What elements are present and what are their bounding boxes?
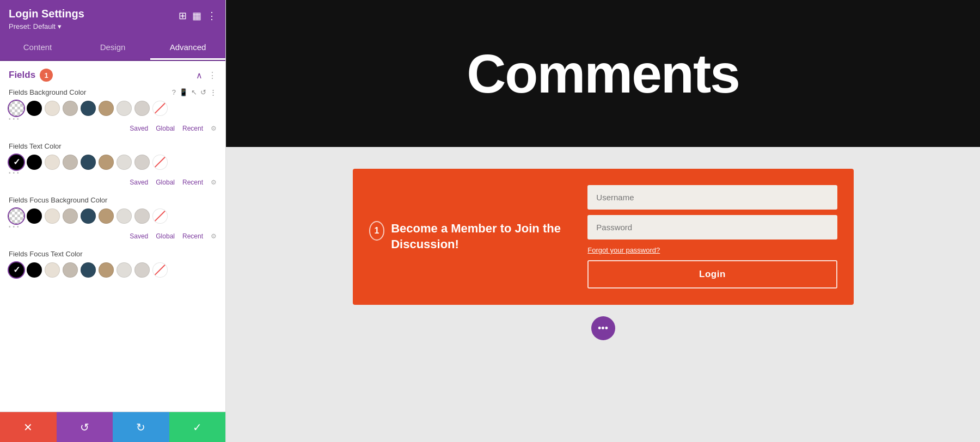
fields-focus-bg-meta: Saved Global Recent ⚙: [9, 232, 217, 240]
fields-focus-bg-swatches: [9, 208, 217, 224]
fields-bg-color-label-row: Fields Background Color ? 📱 ↖ ↺ ⋮: [9, 88, 217, 96]
swatch-light4d[interactable]: [134, 262, 150, 278]
saved-link-1[interactable]: Saved: [130, 125, 148, 132]
swatch-black-inv2[interactable]: ✓: [9, 262, 24, 278]
swatch-none3[interactable]: [152, 208, 168, 224]
swatch-dark-blue4[interactable]: [81, 262, 96, 278]
tabs-bar: Content Design Advanced: [0, 36, 225, 61]
fields-focus-text-swatches: ✓: [9, 262, 217, 278]
swatch-black4[interactable]: [27, 262, 42, 278]
fields-focus-text-label: Fields Focus Text Color: [9, 250, 83, 258]
swatch-light2b[interactable]: [63, 155, 78, 170]
forgot-password-link[interactable]: Forgot your password?: [587, 246, 660, 254]
panel-header: Login Settings Preset: Default ▾ ⊞ ▦ ⋮: [0, 0, 225, 36]
panel-title: Login Settings: [9, 8, 84, 20]
swatch-light1d[interactable]: [45, 262, 60, 278]
tab-design[interactable]: Design: [75, 36, 150, 60]
gear-icon-2[interactable]: ⚙: [211, 179, 217, 186]
username-input[interactable]: [587, 185, 837, 210]
fields-bg-color-meta: Saved Global Recent ⚙: [9, 125, 217, 132]
right-preview: Comments 1 Become a Member to Join the D…: [226, 0, 980, 442]
swatch-black2[interactable]: [27, 155, 42, 170]
panel-preset[interactable]: Preset: Default ▾: [9, 22, 84, 30]
mobile-icon[interactable]: 📱: [179, 88, 188, 96]
swatch-light3[interactable]: [117, 101, 132, 116]
saved-link-2[interactable]: Saved: [130, 179, 148, 186]
collapse-icon[interactable]: ∧: [196, 70, 203, 81]
fields-text-color-meta: Saved Global Recent ⚙: [9, 179, 217, 186]
join-text: Become a Member to Join the Discussion!: [391, 221, 577, 252]
swatch-light4b[interactable]: [134, 155, 150, 170]
options-icon[interactable]: ⋮: [210, 88, 217, 96]
swatch-black-inv[interactable]: ✓: [9, 155, 24, 170]
swatch-light4c[interactable]: [134, 208, 150, 224]
tab-content[interactable]: Content: [0, 36, 75, 60]
fields-focus-bg-label: Fields Focus Background Color: [9, 196, 107, 204]
layout-icon[interactable]: ▦: [192, 10, 201, 22]
fields-focus-bg-label-row: Fields Focus Background Color: [9, 196, 217, 204]
swatch-transparent[interactable]: [9, 101, 24, 116]
cursor-icon[interactable]: ↖: [191, 88, 197, 96]
swatch-black3[interactable]: [27, 208, 42, 224]
help-icon[interactable]: ?: [172, 88, 176, 96]
redo-button[interactable]: ↻: [113, 412, 169, 442]
reset-icon[interactable]: ↺: [200, 88, 206, 96]
recent-link-1[interactable]: Recent: [182, 125, 203, 132]
swatch-tan2[interactable]: [99, 155, 114, 170]
swatch-light1b[interactable]: [45, 155, 60, 170]
login-button[interactable]: Login: [587, 260, 837, 288]
global-link-1[interactable]: Global: [156, 125, 175, 132]
dots-row-3: •••: [9, 224, 217, 230]
swatch-light3c[interactable]: [117, 208, 132, 224]
swatch-dark-blue2[interactable]: [81, 155, 96, 170]
global-link-3[interactable]: Global: [156, 232, 175, 240]
swatch-tan3[interactable]: [99, 208, 114, 224]
swatch-light3b[interactable]: [117, 155, 132, 170]
saved-link-3[interactable]: Saved: [130, 232, 148, 240]
swatch-light2c[interactable]: [63, 208, 78, 224]
preview-hero: Comments: [226, 0, 980, 147]
cancel-button[interactable]: ✕: [0, 412, 57, 442]
swatch-light1[interactable]: [45, 101, 60, 116]
swatch-tan4[interactable]: [99, 262, 114, 278]
swatch-light2d[interactable]: [63, 262, 78, 278]
swatch-none4[interactable]: [152, 262, 168, 278]
swatch-light4[interactable]: [134, 101, 150, 116]
fields-text-color-label: Fields Text Color: [9, 142, 62, 150]
gear-icon-1[interactable]: ⚙: [211, 125, 217, 132]
fields-bg-color-tools: ? 📱 ↖ ↺ ⋮: [172, 88, 217, 96]
password-input[interactable]: [587, 215, 837, 240]
login-card-badge: 1: [369, 221, 385, 241]
swatch-light1c[interactable]: [45, 208, 60, 224]
fields-focus-bg-color-setting: Fields Focus Background Color ••• Saved …: [9, 196, 217, 240]
dots-row-2: •••: [9, 170, 217, 176]
expand-icon[interactable]: ⊞: [179, 10, 187, 22]
swatch-black[interactable]: [27, 101, 42, 116]
swatch-transparent2[interactable]: [9, 208, 24, 224]
swatch-light2[interactable]: [63, 101, 78, 116]
section-title: Fields: [9, 70, 35, 81]
fields-bg-swatches: [9, 101, 217, 116]
swatch-dark-blue3[interactable]: [81, 208, 96, 224]
recent-link-3[interactable]: Recent: [182, 232, 203, 240]
gear-icon-3[interactable]: ⚙: [211, 232, 217, 240]
fields-focus-text-color-setting: Fields Focus Text Color ✓: [9, 250, 217, 278]
floating-dots-button[interactable]: •••: [591, 316, 615, 340]
global-link-2[interactable]: Global: [156, 179, 175, 186]
dots-row-1: •••: [9, 116, 217, 122]
left-panel: Login Settings Preset: Default ▾ ⊞ ▦ ⋮ C…: [0, 0, 226, 442]
swatch-tan[interactable]: [99, 101, 114, 116]
section-badge: 1: [40, 69, 53, 82]
section-more-icon[interactable]: ⋮: [208, 70, 217, 81]
tab-advanced[interactable]: Advanced: [150, 36, 225, 60]
swatch-dark-blue[interactable]: [81, 101, 96, 116]
undo-button[interactable]: ↺: [57, 412, 113, 442]
swatch-none[interactable]: [152, 101, 168, 116]
confirm-button[interactable]: ✓: [169, 412, 226, 442]
recent-link-2[interactable]: Recent: [182, 179, 203, 186]
swatch-none2[interactable]: [152, 155, 168, 170]
more-icon[interactable]: ⋮: [207, 10, 217, 22]
fields-text-color-label-row: Fields Text Color: [9, 142, 217, 150]
login-card: 1 Become a Member to Join the Discussion…: [353, 169, 854, 305]
swatch-light3d[interactable]: [117, 262, 132, 278]
